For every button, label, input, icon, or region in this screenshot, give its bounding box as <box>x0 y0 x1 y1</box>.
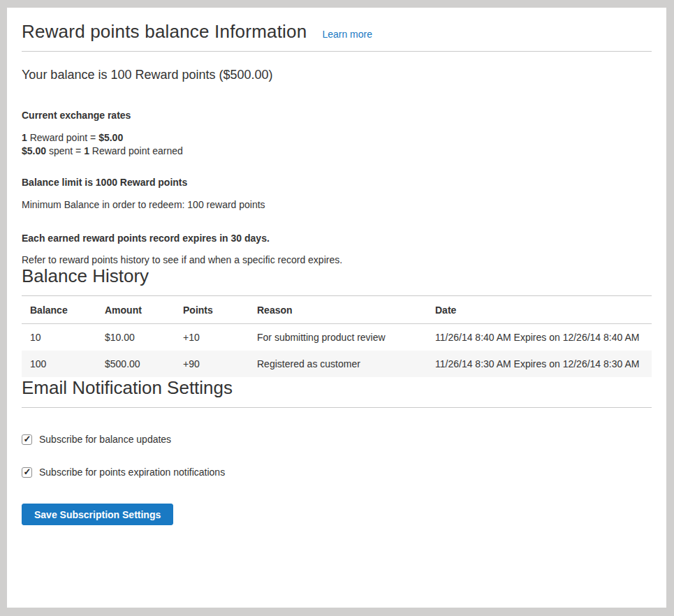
cell-date: 11/26/14 8:30 AM Expires on 12/26/14 8:3… <box>427 351 652 377</box>
balance-history-table: Balance Amount Points Reason Date 10 $10… <box>22 296 652 377</box>
balance-updates-option[interactable]: Subscribe for balance updates <box>22 434 652 445</box>
save-subscription-settings-button[interactable]: Save Subscription Settings <box>22 504 173 525</box>
table-row: 100 $500.00 +90 Registered as customer 1… <box>22 351 652 377</box>
cell-amount: $500.00 <box>96 351 175 377</box>
points-expiration-label: Subscribe for points expiration notifica… <box>39 467 225 478</box>
balance-history-heading: Balance History <box>22 265 652 287</box>
column-header-balance: Balance <box>22 296 96 324</box>
learn-more-link[interactable]: Learn more <box>322 29 372 40</box>
page-header: Reward points balance Information Learn … <box>22 21 652 43</box>
minimum-balance-note: Minimum Balance in order to redeem: 100 … <box>22 199 652 210</box>
reward-info-card: Reward points balance Information Learn … <box>7 8 666 608</box>
cell-reason: Registered as customer <box>249 351 427 377</box>
column-header-date: Date <box>427 296 652 324</box>
table-row: 10 $10.00 +10 For submitting product rev… <box>22 324 652 351</box>
expiry-note: Each earned reward points record expires… <box>22 233 652 244</box>
exchange-rates-heading: Current exchange rates <box>22 110 652 121</box>
cell-points: +10 <box>175 324 249 351</box>
balance-updates-checkbox[interactable] <box>22 434 32 445</box>
page-title: Reward points balance Information <box>22 21 307 43</box>
cell-balance: 100 <box>22 351 96 377</box>
rate-line-1: 1 Reward point = $5.00 <box>22 132 123 143</box>
column-header-amount: Amount <box>96 296 175 324</box>
email-settings-heading: Email Notification Settings <box>22 377 652 399</box>
balance-limit-note: Balance limit is 1000 Reward points <box>22 177 652 188</box>
column-header-reason: Reason <box>249 296 427 324</box>
email-settings-divider <box>22 407 652 408</box>
rate-line-2: $5.00 spent = 1 Reward point earned <box>22 145 183 156</box>
balance-updates-label: Subscribe for balance updates <box>39 434 171 445</box>
header-divider <box>22 51 652 52</box>
expiry-detail-note: Refer to reward points history to see if… <box>22 254 652 265</box>
cell-amount: $10.00 <box>96 324 175 351</box>
cell-date: 11/26/14 8:40 AM Expires on 12/26/14 8:4… <box>427 324 652 351</box>
column-header-points: Points <box>175 296 249 324</box>
exchange-rates-lines: 1 Reward point = $5.00 $5.00 spent = 1 R… <box>22 131 652 158</box>
balance-summary: Your balance is 100 Reward points ($500.… <box>22 68 652 82</box>
cell-reason: For submitting product review <box>249 324 427 351</box>
table-header-row: Balance Amount Points Reason Date <box>22 296 652 324</box>
points-expiration-checkbox[interactable] <box>22 467 32 478</box>
cell-points: +90 <box>175 351 249 377</box>
points-expiration-option[interactable]: Subscribe for points expiration notifica… <box>22 467 652 478</box>
cell-balance: 10 <box>22 324 96 351</box>
